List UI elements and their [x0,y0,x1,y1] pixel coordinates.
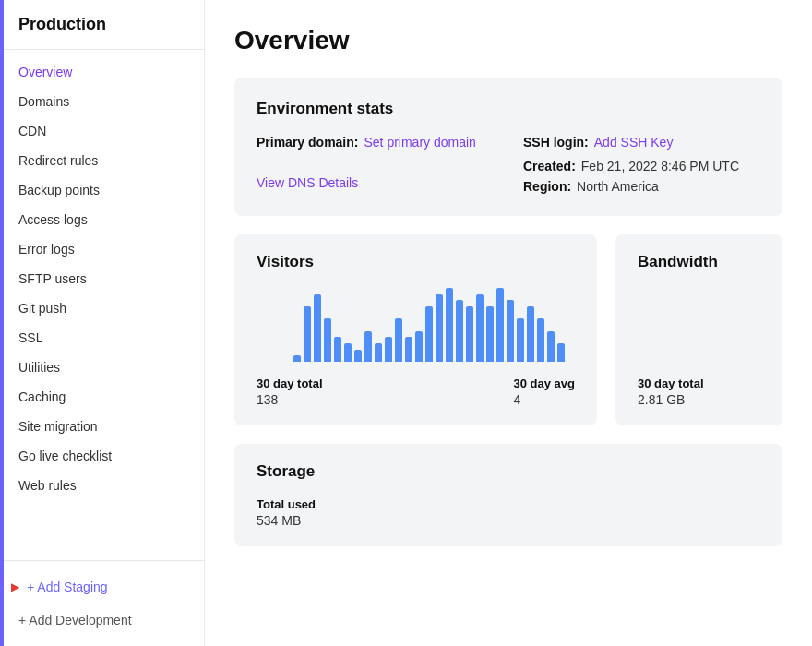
created-label: Created: [523,159,576,173]
bar-chart-bar [293,355,301,362]
visitors-avg-value: 4 [514,392,576,407]
env-stats-grid: Primary domain: Set primary domain View … [257,135,760,194]
bar-chart-bar [436,294,443,362]
visitors-avg: 30 day avg 4 [514,377,576,407]
bar-chart-bar [314,294,321,362]
env-stats-title: Environment stats [257,100,760,118]
bar-chart-bar [324,318,331,362]
sidebar-production-label: Production [0,0,204,50]
sidebar-add-section: ▶ + Add Staging + Add Development [0,560,204,646]
bar-chart-bar [486,306,494,362]
add-development-label: + Add Development [18,613,132,628]
bar-chart-bar [425,306,433,362]
primary-domain-row: Primary domain: Set primary domain [257,135,494,150]
bar-chart-bar [304,306,311,362]
bandwidth-card: Bandwidth 30 day total 2.81 GB [615,234,782,425]
bar-chart-bar [446,288,453,362]
sidebar-item-redirect-rules[interactable]: Redirect rules [0,146,204,175]
sidebar-accent-bar [0,0,4,646]
sidebar-item-backup-points[interactable]: Backup points [0,175,204,205]
bandwidth-total-value: 2.81 GB [638,392,760,407]
visitors-title: Visitors [257,253,575,271]
bar-chart-bar [456,300,463,362]
set-primary-domain-link[interactable]: Set primary domain [364,135,475,150]
bar-chart-bar [557,343,565,362]
bar-chart-bar [527,306,534,362]
view-dns-details-link[interactable]: View DNS Details [257,175,358,190]
visitors-bar-chart [293,288,575,362]
visitors-card: Visitors 30 day total 138 30 day avg 4 [234,234,597,425]
created-value: Feb 21, 2022 8:46 PM UTC [581,159,739,173]
visitors-total: 30 day total 138 [257,377,323,407]
sidebar-item-git-push[interactable]: Git push [0,293,204,323]
storage-used-value: 534 MB [257,513,760,528]
created-row: Created: Feb 21, 2022 8:46 PM UTC [523,159,760,173]
sidebar-item-ssl[interactable]: SSL [0,323,204,353]
environment-stats-card: Environment stats Primary domain: Set pr… [234,78,782,216]
visitors-total-value: 138 [257,392,323,407]
bar-chart-bar [344,343,352,362]
sidebar-item-site-migration[interactable]: Site migration [0,412,204,441]
bandwidth-total-label: 30 day total [638,377,760,390]
sidebar-item-access-logs[interactable]: Access logs [0,205,204,234]
sidebar-item-error-logs[interactable]: Error logs [0,234,204,264]
env-stats-right: SSH login: Add SSH Key Created: Feb 21, … [523,135,760,194]
bandwidth-total: 30 day total 2.81 GB [638,377,760,407]
stats-row: Visitors 30 day total 138 30 day avg 4 B… [234,234,782,425]
bar-chart-bar [334,337,341,362]
bar-chart-bar [517,318,524,362]
storage-card: Storage Total used 534 MB [234,444,782,546]
bar-chart-bar [364,331,372,362]
storage-used-label: Total used [257,497,760,511]
bar-chart-bar [507,300,514,362]
ssh-login-label: SSH login: [523,135,589,150]
sidebar: Production OverviewDomainsCDNRedirect ru… [0,0,205,646]
env-stats-left: Primary domain: Set primary domain View … [257,135,494,194]
sidebar-item-web-rules[interactable]: Web rules [0,471,204,500]
bar-chart-bar [537,318,544,362]
visitors-avg-label: 30 day avg [514,377,576,390]
sidebar-item-go-live-checklist[interactable]: Go live checklist [0,441,204,471]
sidebar-item-utilities[interactable]: Utilities [0,353,204,382]
add-staging-label: + Add Staging [27,580,108,594]
sidebar-item-sftp-users[interactable]: SFTP users [0,264,204,293]
bar-chart-bar [547,331,555,362]
region-value: North America [577,179,659,194]
storage-total-used: Total used 534 MB [257,497,760,528]
sidebar-navigation: OverviewDomainsCDNRedirect rulesBackup p… [0,50,204,560]
bar-chart-bar [385,337,392,362]
sidebar-item-cdn[interactable]: CDN [0,116,204,146]
storage-title: Storage [257,462,760,481]
bandwidth-title: Bandwidth [638,253,760,271]
main-content: Overview Environment stats Primary domai… [205,0,812,646]
region-label: Region: [523,179,571,194]
add-ssh-key-link[interactable]: Add SSH Key [594,135,674,150]
sidebar-item-overview[interactable]: Overview [0,57,204,87]
bar-chart-bar [395,318,402,362]
bar-chart-bar [354,350,362,362]
bar-chart-bar [476,294,484,362]
bar-chart-bar [496,288,504,362]
ssh-login-row: SSH login: Add SSH Key [523,135,760,150]
bar-chart-bar [415,331,423,362]
region-row: Region: North America [523,179,760,194]
page-title: Overview [234,26,782,55]
staging-arrow-icon: ▶ [11,580,19,593]
visitors-total-label: 30 day total [257,377,323,390]
primary-domain-label: Primary domain: [257,135,358,150]
sidebar-item-caching[interactable]: Caching [0,382,204,412]
sidebar-item-domains[interactable]: Domains [0,87,204,116]
add-staging-button[interactable]: ▶ + Add Staging [0,570,204,604]
bar-chart-bar [466,306,473,362]
add-development-button[interactable]: + Add Development [0,604,204,637]
visitors-footer: 30 day total 138 30 day avg 4 [257,377,575,407]
bar-chart-bar [405,337,412,362]
bar-chart-bar [375,343,382,362]
